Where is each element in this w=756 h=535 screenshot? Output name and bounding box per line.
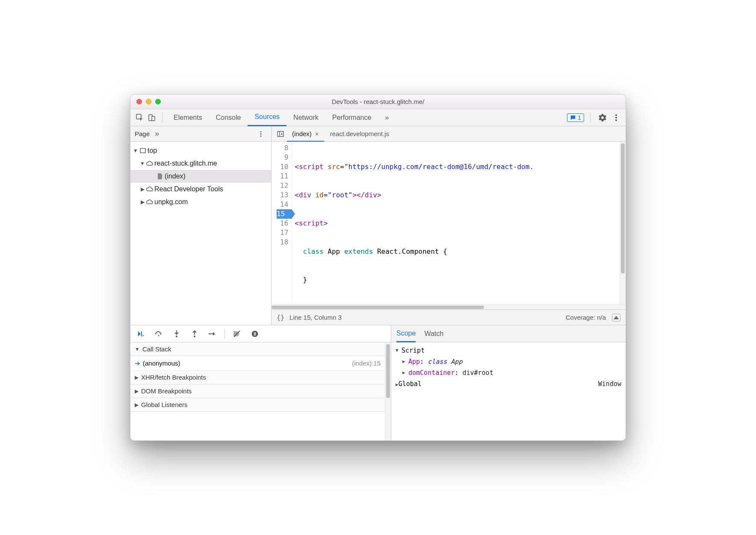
line-number[interactable]: 18 [277,238,288,247]
scope-section-script[interactable]: ▼ Script [396,345,621,356]
tabs-overflow[interactable]: » [378,109,396,126]
line-number[interactable]: 13 [277,190,288,200]
editor-tab-index[interactable]: (index) × [287,126,324,142]
stack-frame[interactable]: ➔(anonymous) (index):15 [130,356,385,371]
scope-panel: Scope Watch ▼ Script ▶ App: class App ▶ … [391,325,626,440]
cloud-icon [145,161,154,166]
issues-badge[interactable]: 1 [567,113,584,122]
sidebar-header: Page » [130,126,271,142]
editor-statusbar: {} Line 15, Column 3 Coverage: n/a [272,309,626,325]
tree-label: top [148,147,157,155]
code-editor[interactable]: 8 9 10 11 12 13 14 15 16 17 18 <script s… [272,142,626,304]
inspect-element-icon[interactable] [134,112,146,124]
vertical-scrollbar[interactable] [385,342,391,440]
xhr-breakpoints-header[interactable]: ▶ XHR/fetch Breakpoints [130,371,385,384]
pretty-print-icon[interactable]: {} [277,314,284,321]
file-tree: ▼ top ▼ react-stuck.glitch.me (index) ▶ … [130,142,271,325]
deactivate-breakpoints-icon[interactable] [231,328,243,340]
svg-rect-12 [141,331,142,336]
close-tab-icon[interactable]: × [315,130,319,137]
scrollbar-thumb[interactable] [272,306,484,309]
tree-node-index-file[interactable]: (index) [130,170,271,183]
step-over-icon[interactable] [153,328,165,340]
device-toggle-icon[interactable] [146,112,158,124]
scope-section-global[interactable]: ▶Global Window [396,378,621,390]
sidebar-kebab-icon[interactable] [255,128,267,140]
section-label: DOM Breakpoints [141,387,192,395]
svg-point-5 [615,119,617,121]
tab-scope[interactable]: Scope [396,325,416,342]
minimize-window-button[interactable] [146,99,151,104]
close-window-button[interactable] [136,99,142,104]
tree-node-react-devtools[interactable]: ▶ React Developer Tools [130,183,271,196]
sources-sidebar: Page » ▼ top ▼ react-stuck.glitch.me [130,126,272,325]
disclosure-triangle-icon: ▶ [135,388,139,394]
tab-sources[interactable]: Sources [248,109,286,126]
call-stack-header[interactable]: ▼ Call Stack [130,342,385,356]
line-gutter[interactable]: 8 9 10 11 12 13 14 15 16 17 18 [272,142,292,304]
tree-node-unpkg[interactable]: ▶ unpkg.com [130,196,271,208]
resume-icon[interactable] [135,328,147,340]
tree-node-origin[interactable]: ▼ react-stuck.glitch.me [130,157,271,170]
tab-watch[interactable]: Watch [424,325,443,342]
line-number[interactable]: 11 [277,172,288,181]
tree-label: react-stuck.glitch.me [154,160,217,167]
svg-rect-19 [255,332,256,336]
scope-entry[interactable]: ▶ domContainer: div#root [396,367,621,378]
issues-count: 1 [578,114,581,121]
svg-point-8 [260,135,261,137]
line-number[interactable]: 17 [277,228,288,238]
kebab-menu-icon[interactable] [610,112,622,124]
svg-rect-2 [152,116,155,121]
separator [590,113,591,123]
disclosure-triangle-icon: ▶ [402,356,408,367]
svg-point-16 [209,333,210,334]
vertical-scrollbar[interactable] [620,142,626,304]
code-content[interactable]: <script src="https://unpkg.com/react-dom… [292,142,620,304]
frame-location: (index):15 [352,360,381,367]
step-out-icon[interactable] [189,328,201,340]
tree-node-top[interactable]: ▼ top [130,144,271,157]
maximize-window-button[interactable] [155,99,161,104]
settings-icon[interactable] [597,112,608,124]
step-into-icon[interactable] [171,328,183,340]
tab-performance[interactable]: Performance [325,109,378,126]
line-number[interactable]: 14 [277,200,288,209]
tab-elements[interactable]: Elements [167,109,209,126]
cloud-icon [145,199,154,205]
line-number[interactable]: 8 [277,143,288,153]
horizontal-scrollbar[interactable] [272,304,626,309]
pause-exceptions-icon[interactable] [249,328,261,340]
devtools-window: DevTools - react-stuck.glitch.me/ Elemen… [130,94,626,441]
line-number[interactable]: 16 [277,219,288,228]
sidebar-panel-label[interactable]: Page [135,130,150,137]
section-label: Script [402,345,425,356]
scrollbar-thumb[interactable] [621,143,625,273]
scrollbar-thumb[interactable] [386,344,390,398]
tab-network[interactable]: Network [286,109,325,126]
line-number[interactable]: 10 [277,162,288,172]
line-number-current[interactable]: 15 [277,209,292,219]
disclosure-triangle-icon: ▶ [402,367,408,378]
step-icon[interactable] [207,328,219,340]
cloud-icon [145,187,154,192]
line-number[interactable]: 9 [277,153,288,162]
editor-tab-react-dev[interactable]: react.development.js [325,126,394,142]
tree-label: (index) [165,172,186,180]
disclosure-triangle-icon: ▶ [135,374,139,380]
scope-entry[interactable]: ▶ App: class App [396,356,621,367]
svg-point-13 [158,335,159,336]
line-number[interactable]: 12 [277,181,288,190]
disclosure-triangle-icon: ▼ [133,148,138,154]
global-value: Window [598,378,621,390]
section-label: Call Stack [142,345,171,353]
sidebar-overflow[interactable]: » [155,129,159,138]
global-listeners-header[interactable]: ▶ Global Listeners [130,398,385,412]
scope-body: ▼ Script ▶ App: class App ▶ domContainer… [391,342,626,440]
tab-console[interactable]: Console [209,109,248,126]
dom-breakpoints-header[interactable]: ▶ DOM Breakpoints [130,384,385,398]
toolbar-right: 1 [567,112,622,124]
editor-tab-label: (index) [292,130,312,137]
coverage-toggle-icon[interactable] [612,314,620,321]
toggle-navigator-icon[interactable] [275,128,286,140]
